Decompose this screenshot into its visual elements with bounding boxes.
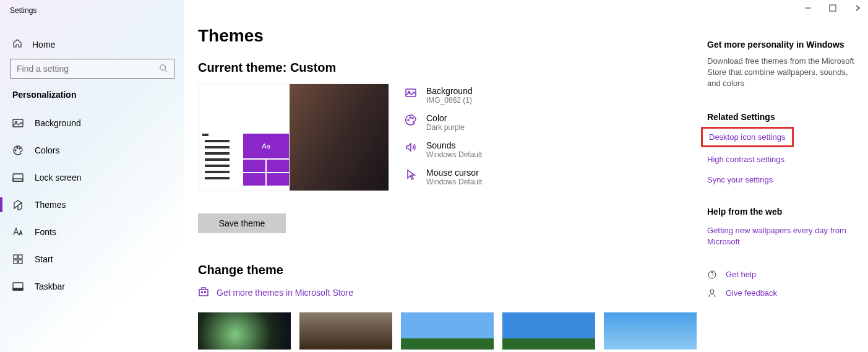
svg-rect-7 [13,174,23,181]
sidebar-item-fonts[interactable]: Fonts [0,218,184,246]
feedback-row[interactable]: Give feedback [707,288,856,298]
svg-line-1 [165,69,168,72]
palette-icon [404,113,418,127]
save-theme-button[interactable]: Save theme [198,213,286,233]
svg-rect-20 [201,291,203,293]
prop-label: Mouse cursor [426,168,482,178]
link-desktop-icon-settings[interactable]: Desktop icon settings [701,127,794,147]
prop-label: Sounds [426,140,482,150]
theme-thumb[interactable] [401,312,494,350]
prop-sub: Windows Default [426,150,482,159]
right-pane: Get more personality in Windows Download… [707,26,868,352]
sidebar-item-taskbar[interactable]: Taskbar [0,273,184,300]
svg-rect-8 [13,179,23,181]
prop-label: Color [426,113,465,123]
link-high-contrast[interactable]: High contrast settings [707,155,856,164]
svg-rect-12 [19,260,22,264]
store-icon [198,286,209,299]
taskbar-icon [12,281,24,292]
cursor-icon [404,168,418,181]
sidebar: Settings Home Personalization Background… [0,0,184,352]
theme-thumb[interactable] [604,312,697,350]
home-nav[interactable]: Home [12,38,184,50]
feedback-icon [707,288,717,298]
nav-label: Fonts [35,227,56,237]
picture-icon [12,118,24,129]
more-title: Get more personality in Windows [707,40,856,49]
feedback-label: Give feedback [726,288,777,298]
category-label: Personalization [12,90,184,100]
store-link[interactable]: Get more themes in Microsoft Store [198,286,707,299]
svg-point-5 [17,147,18,148]
prop-label: Background [426,86,473,96]
svg-point-19 [412,118,413,119]
svg-rect-14 [13,288,23,290]
related-title: Related Settings [707,112,856,122]
nav-label: Colors [35,145,59,155]
nav-label: Start [35,254,53,264]
palette-icon [12,145,24,156]
get-help-row[interactable]: Get help [707,270,856,280]
store-link-label: Get more themes in Microsoft Store [217,288,353,298]
svg-point-17 [408,119,409,121]
prop-background[interactable]: BackgroundIMG_0862 (1) [404,86,707,105]
home-icon [12,38,22,50]
prop-sounds[interactable]: SoundsWindows Default [404,140,707,159]
lockscreen-icon [12,172,24,183]
svg-point-6 [19,148,20,149]
picture-icon [404,86,418,100]
svg-point-23 [710,290,714,293]
maximize-button[interactable] [828,4,837,12]
search-box[interactable] [10,59,174,79]
main-content: Themes Current theme: Custom Aa Backgrou… [198,26,707,352]
nav-label: Taskbar [35,281,65,291]
window-title: Settings [10,6,37,15]
sidebar-item-colors[interactable]: Colors [0,137,184,164]
home-label: Home [32,40,55,49]
sound-icon [404,140,418,154]
svg-rect-9 [14,255,17,259]
get-help-label: Get help [726,270,756,279]
svg-point-0 [160,64,166,70]
svg-rect-10 [19,255,22,259]
theme-thumb[interactable] [299,312,392,350]
start-icon [12,254,24,265]
sidebar-item-lockscreen[interactable]: Lock screen [0,164,184,191]
theme-thumb[interactable] [198,312,291,350]
link-help-wallpapers[interactable]: Getting new wallpapers every day from Mi… [707,225,856,247]
change-theme-label: Change theme [198,263,707,277]
help-icon [707,270,717,280]
prop-sub: Windows Default [426,178,482,186]
minimize-button[interactable] [804,4,812,12]
prop-color[interactable]: ColorDark purple [404,113,707,132]
next-button[interactable] [853,4,862,12]
sidebar-item-start[interactable]: Start [0,246,184,273]
theme-thumb[interactable] [502,312,595,350]
fonts-icon [12,226,24,238]
sidebar-item-themes[interactable]: Themes [0,191,184,218]
nav-label: Lock screen [35,173,81,182]
theme-preview[interactable]: Aa [198,84,389,191]
prop-sub: Dark purple [426,123,465,132]
page-title: Themes [198,26,707,46]
more-body: Download free themes from the Microsoft … [707,56,856,90]
link-sync-settings[interactable]: Sync your settings [707,175,856,184]
theme-thumbnails [198,312,707,350]
nav-label: Background [35,118,81,128]
current-theme-label: Current theme: Custom [198,61,707,75]
search-input[interactable] [17,64,159,74]
search-icon [159,64,168,74]
svg-rect-21 [204,291,206,293]
themes-icon [12,199,24,210]
prop-sub: IMG_0862 (1) [426,96,473,105]
sidebar-item-background[interactable]: Background [0,109,184,137]
prop-cursor[interactable]: Mouse cursorWindows Default [404,168,707,186]
svg-point-4 [15,150,16,151]
svg-point-18 [410,117,411,118]
window-controls [804,4,862,12]
svg-rect-11 [14,260,17,264]
svg-rect-25 [830,5,836,11]
nav-label: Themes [35,200,66,210]
help-title: Help from the web [707,207,856,217]
